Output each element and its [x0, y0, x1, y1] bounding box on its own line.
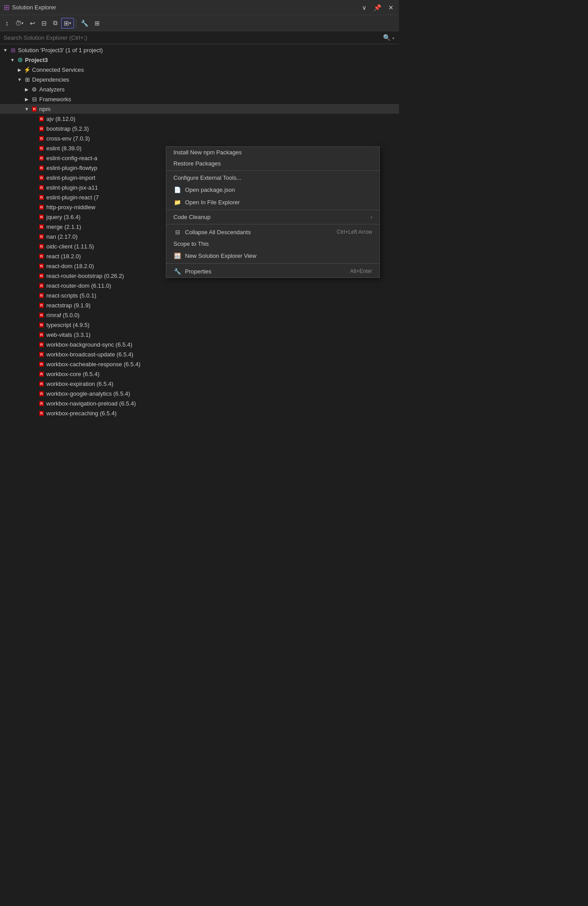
ctx-collapse-all-icon: ⊟	[173, 228, 181, 236]
package-item[interactable]: ▶ n workbox-expiration (6.5.4)	[0, 379, 399, 389]
package-item[interactable]: ▶ n react-router-dom (6.11.0)	[0, 281, 399, 290]
sync-button[interactable]: ↕	[3, 17, 12, 29]
package-npm-icon: n	[37, 242, 45, 250]
search-bar: 🔍 ▾	[0, 31, 399, 44]
dependencies-item[interactable]: ▼ ⊞ Dependencies	[0, 74, 399, 84]
ctx-new-solution-view[interactable]: 🪟 New Solution Explorer View	[166, 249, 379, 262]
ctx-properties-icon: 🔧	[173, 267, 181, 275]
project-expand-icon: ▼	[9, 56, 16, 63]
ctx-separator-2	[166, 210, 379, 210]
package-item[interactable]: ▶ n web-vitals (3.3.1)	[0, 330, 399, 339]
dependencies-label: Dependencies	[32, 76, 69, 83]
package-item[interactable]: ▶ n workbox-google-analytics (6.5.4)	[0, 389, 399, 398]
ctx-code-cleanup[interactable]: Code Cleanup ›	[166, 211, 379, 223]
preview-button[interactable]: ⊞	[92, 18, 103, 29]
package-npm-icon: n	[37, 183, 45, 191]
toolbar: ↕ ⏱ ▾ ↩ ⊟ ⧉ ⊞ ▾ 🔧 ⊞	[0, 15, 399, 31]
npm-icon: n	[30, 105, 38, 113]
solution-item[interactable]: ▼ ⊞ Solution 'Project3' (1 of 1 project)	[0, 45, 399, 55]
settings-button[interactable]: 🔧	[78, 18, 91, 29]
package-item[interactable]: ▶ n bootstrap (5.2.3)	[0, 124, 399, 133]
project-item[interactable]: ▼ ⊕ Project3	[0, 55, 399, 65]
package-item[interactable]: ▶ n workbox-precaching (6.5.4)	[0, 408, 399, 418]
package-item[interactable]: ▶ n rimraf (5.0.0)	[0, 310, 399, 320]
ctx-open-package-json-label: Open package.json	[185, 186, 235, 193]
package-label: workbox-navigation-preload (6.5.4)	[46, 400, 136, 407]
title-bar-left: ⊞ Solution Explorer	[4, 3, 56, 12]
package-item[interactable]: ▶ n workbox-cacheable-response (6.5.4)	[0, 359, 399, 369]
package-item[interactable]: ▶ n cross-env (7.0.3)	[0, 133, 399, 143]
ctx-scope-to-this-label: Scope to This	[173, 240, 209, 247]
ctx-properties-shortcut: Alt+Enter	[350, 268, 372, 274]
npm-item[interactable]: ▼ n npm	[0, 104, 399, 114]
ctx-collapse-all[interactable]: ⊟ Collapse All Descendants Ctrl+Left Arr…	[166, 226, 379, 238]
package-item[interactable]: ▶ n ajv (8.12.0)	[0, 114, 399, 124]
package-item[interactable]: ▶ n typescript (4.9.5)	[0, 320, 399, 330]
ctx-open-file-explorer-label: Open In File Explorer	[185, 199, 240, 206]
preview-icon: ⊞	[95, 20, 100, 27]
package-label: workbox-precaching (6.5.4)	[46, 410, 117, 417]
history-button[interactable]: ⏱ ▾	[12, 18, 26, 29]
pin-button[interactable]: 📌	[372, 3, 383, 12]
ctx-new-solution-view-label: New Solution Explorer View	[185, 252, 256, 259]
package-npm-icon: n	[37, 144, 45, 152]
title-bar-controls: ∨ 📌 ✕	[360, 3, 395, 12]
connected-services-icon: ⚡	[23, 66, 31, 74]
package-label: react-dom (18.2.0)	[46, 263, 94, 269]
package-label: nan (2.17.0)	[46, 233, 78, 240]
package-item[interactable]: ▶ n workbox-navigation-preload (6.5.4)	[0, 398, 399, 408]
package-item[interactable]: ▶ n reactstrap (9.1.9)	[0, 300, 399, 310]
package-npm-icon: n	[37, 213, 45, 221]
project-icon: ⊕	[16, 56, 24, 64]
package-label: ajv (8.12.0)	[46, 116, 75, 122]
package-npm-icon: n	[37, 281, 45, 290]
package-npm-icon: n	[37, 164, 45, 172]
package-npm-icon: n	[37, 134, 45, 142]
ctx-open-file-explorer-icon: 📁	[173, 198, 181, 206]
ctx-restore[interactable]: Restore Packages	[166, 158, 379, 169]
ctx-open-file-explorer[interactable]: 📁 Open In File Explorer	[166, 196, 379, 208]
collapse-button[interactable]: ⊟	[39, 18, 49, 29]
ctx-separator-1	[166, 170, 379, 171]
connected-services-item[interactable]: ▶ ⚡ Connected Services	[0, 65, 399, 74]
minimize-button[interactable]: ∨	[360, 3, 368, 12]
package-npm-icon: n	[37, 370, 45, 378]
package-label: workbox-cacheable-response (6.5.4)	[46, 361, 140, 368]
sync-icon: ↕	[5, 19, 9, 27]
search-button[interactable]: 🔍 ▾	[382, 33, 395, 42]
back-button[interactable]: ↩	[27, 18, 38, 29]
package-item[interactable]: ▶ n workbox-core (6.5.4)	[0, 369, 399, 379]
solution-label: Solution 'Project3' (1 of 1 project)	[18, 47, 103, 54]
package-label: eslint (8.39.0)	[46, 145, 82, 152]
package-npm-icon: n	[37, 340, 45, 348]
project-label: Project3	[25, 57, 48, 63]
ctx-properties[interactable]: 🔧 Properties Alt+Enter	[166, 265, 379, 277]
analyzers-expand-icon: ▶	[23, 86, 30, 93]
new-view-button[interactable]: ⧉	[50, 17, 60, 29]
package-label: eslint-plugin-jsx-a11	[46, 184, 98, 191]
package-npm-icon: n	[37, 331, 45, 339]
ctx-configure-tools[interactable]: Configure External Tools...	[166, 172, 379, 183]
package-item[interactable]: ▶ n workbox-broadcast-update (6.5.4)	[0, 349, 399, 359]
package-label: workbox-core (6.5.4)	[46, 371, 99, 377]
connected-services-label: Connected Services	[32, 66, 84, 73]
close-button[interactable]: ✕	[387, 3, 395, 12]
package-item[interactable]: ▶ n workbox-background-sync (6.5.4)	[0, 339, 399, 349]
back-icon: ↩	[30, 20, 35, 27]
search-input[interactable]	[4, 34, 379, 41]
ctx-install-npm[interactable]: Install New npm Packages	[166, 147, 379, 158]
frameworks-item[interactable]: ▶ ⊟ Frameworks	[0, 94, 399, 104]
ctx-restore-label: Restore Packages	[173, 160, 221, 167]
ctx-open-package-json[interactable]: 📄 Open package.json	[166, 183, 379, 196]
ctx-code-cleanup-label: Code Cleanup	[173, 214, 210, 220]
ctx-open-package-json-icon: 📄	[173, 186, 181, 194]
frameworks-expand-icon: ▶	[23, 95, 30, 103]
package-label: cross-env (7.0.3)	[46, 135, 90, 142]
ctx-configure-tools-label: Configure External Tools...	[173, 174, 241, 181]
ctx-scope-to-this[interactable]: Scope to This	[166, 238, 379, 249]
switch-view-button[interactable]: ⊞ ▾	[61, 18, 74, 29]
package-npm-icon: n	[37, 409, 45, 417]
package-item[interactable]: ▶ n react-scripts (5.0.1)	[0, 290, 399, 300]
analyzers-item[interactable]: ▶ ⚙ Analyzers	[0, 84, 399, 94]
package-npm-icon: n	[37, 203, 45, 211]
